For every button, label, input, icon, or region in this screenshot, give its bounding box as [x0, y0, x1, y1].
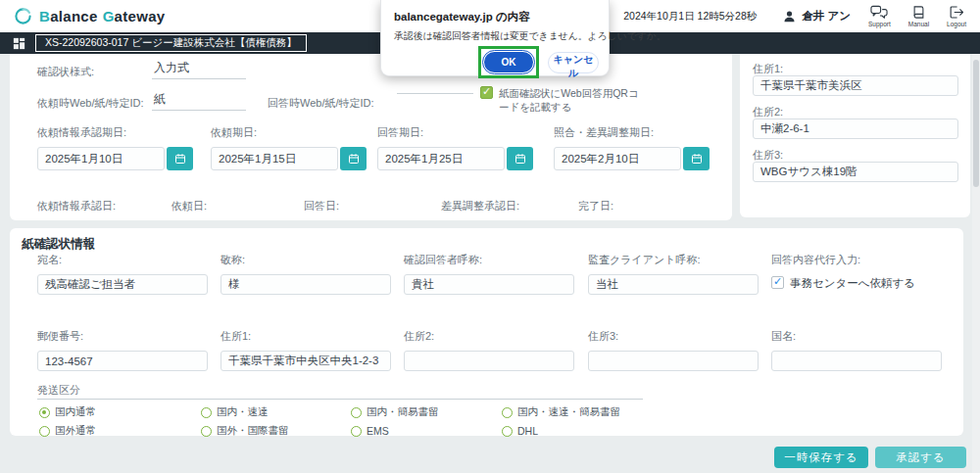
manual-button[interactable]: Manual — [908, 5, 929, 27]
respondent-title-label: 確認回答者呼称: — [404, 253, 574, 267]
answer-id-label: 回答時Web/紙/特定ID: — [268, 96, 374, 111]
ok-button-highlight-annotation: OK — [478, 46, 539, 78]
request-due-date-calendar-button[interactable] — [340, 147, 367, 170]
calendar-icon — [514, 153, 526, 165]
country-label: 国名: — [771, 329, 942, 344]
radio-domestic-express[interactable]: 国内・速達 — [201, 405, 351, 419]
approval-due-date-label: 依頼情報承認期日: — [37, 125, 194, 140]
qr-code-checkbox-box[interactable] — [480, 86, 493, 99]
qr-code-checkbox[interactable]: 紙面確認状にWeb回答用QRコードを記載する — [480, 86, 645, 114]
answer-due-date-label: 回答期日: — [377, 125, 534, 140]
paper-address2-label: 住所2: — [404, 329, 574, 344]
manual-label: Manual — [908, 21, 929, 27]
request-due-date-input[interactable] — [211, 147, 338, 170]
paper-address1-label: 住所1: — [220, 329, 391, 344]
approve-button[interactable]: 承認する — [875, 447, 966, 468]
approval-due-date-input[interactable] — [37, 147, 165, 170]
dashboard-grid-icon[interactable] — [12, 36, 26, 51]
status-request-date-label: 依頼日: — [172, 199, 207, 213]
answer-id-value — [397, 91, 473, 94]
radio-domestic-normal[interactable]: 国内通常 — [39, 405, 201, 419]
shipping-options: 国内通常 国内・速達 国内・簡易書留 国内・速達・簡易書留 国外通常 国外・国際… — [39, 405, 620, 438]
status-approval-date-label: 依頼情報承認日: — [37, 199, 116, 213]
radio-overseas-normal[interactable]: 国外通常 — [39, 424, 201, 438]
radio-dot — [502, 407, 513, 418]
style-value: 入力式 — [152, 60, 246, 79]
paper-address1-group: 住所1: — [220, 329, 391, 371]
paper-address3-label: 住所3: — [588, 329, 759, 344]
proxy-entry-checkbox-box[interactable] — [771, 276, 784, 289]
reconciliation-due-date-calendar-button[interactable] — [683, 147, 710, 170]
audit-client-title-group: 監査クライアント呼称: — [588, 253, 759, 295]
audit-client-title-label: 監査クライアント呼称: — [588, 253, 759, 267]
honorific-input[interactable] — [220, 274, 391, 295]
logout-label: Logout — [947, 21, 966, 27]
calendar-icon — [174, 153, 186, 165]
vertical-scrollbar[interactable] — [972, 32, 980, 473]
reconciliation-due-date-label: 照合・差異調整期日: — [554, 125, 710, 140]
radio-label: 国内・速達・簡易書留 — [517, 405, 620, 419]
respondent-title-group: 確認回答者呼称: — [404, 253, 574, 295]
confirmation-form-card: 確認状様式: 入力式 依頼時Web/紙/特定ID: 紙 回答時Web/紙/特定I… — [10, 54, 732, 220]
paper-address3-input[interactable] — [588, 351, 759, 371]
paper-section-title: 紙確認状情報 — [22, 236, 95, 253]
answer-due-date-group: 回答期日: — [377, 125, 534, 170]
address2-label: 住所2: — [753, 105, 783, 119]
reconciliation-due-date-input[interactable] — [554, 147, 681, 170]
answer-due-date-input[interactable] — [377, 147, 505, 170]
postal-code-input[interactable] — [37, 351, 208, 371]
support-button[interactable]: Support — [868, 5, 891, 27]
user-icon — [782, 9, 797, 24]
recipient-name-label: 宛名: — [37, 253, 208, 267]
proxy-entry-group: 回答内容代行入力: 事務センターへ依頼する — [771, 253, 954, 292]
paper-address1-input[interactable] — [220, 351, 391, 371]
radio-dot — [39, 426, 50, 437]
respondent-title-input[interactable] — [404, 274, 574, 295]
temporary-save-button[interactable]: 一時保存する — [774, 447, 868, 468]
support-label: Support — [868, 21, 891, 27]
scrollbar-thumb[interactable] — [973, 60, 979, 187]
logout-button[interactable]: Logout — [947, 5, 966, 27]
user-name: 倉井 アン — [802, 9, 851, 24]
brand-logo: BalanceGateway — [14, 7, 165, 25]
radio-dot — [39, 407, 50, 418]
proxy-entry-label: 回答内容代行入力: — [771, 253, 954, 267]
address1-input[interactable] — [753, 75, 958, 96]
balance-gateway-logo-icon — [14, 7, 32, 25]
proxy-entry-checkbox[interactable]: 事務センターへ依頼する — [771, 276, 954, 292]
document-id-badge: XS-22092603-017 ビージー建設株式会社【債権債務】 — [35, 34, 307, 53]
radio-label: 国内通常 — [55, 405, 96, 419]
approval-due-date-group: 依頼情報承認期日: — [37, 125, 194, 170]
radio-ems[interactable]: EMS — [351, 424, 502, 438]
radio-dot — [201, 426, 212, 437]
country-input[interactable] — [771, 351, 942, 371]
shipping-divider — [37, 399, 643, 400]
request-due-date-group: 依頼期日: — [211, 125, 368, 170]
current-user: 倉井 アン — [782, 9, 851, 24]
shipping-category-label: 発送区分 — [37, 383, 80, 398]
dialog-ok-button[interactable]: OK — [484, 52, 533, 72]
recipient-name-input[interactable] — [37, 274, 208, 295]
radio-label: 国外通常 — [55, 424, 96, 438]
address3-input[interactable] — [753, 162, 958, 182]
radio-dot — [201, 407, 212, 418]
radio-domestic-express-registered[interactable]: 国内・速達・簡易書留 — [502, 405, 620, 419]
answer-due-date-calendar-button[interactable] — [507, 147, 533, 170]
dialog-title: balancegateway.jp の内容 — [394, 10, 599, 24]
honorific-group: 敬称: — [220, 253, 391, 295]
address2-input[interactable] — [753, 118, 958, 139]
paper-address2-input[interactable] — [404, 351, 574, 371]
audit-client-title-input[interactable] — [588, 274, 759, 295]
qr-code-checkbox-label: 紙面確認状にWeb回答用QRコードを記載する — [499, 86, 645, 114]
dialog-cancel-button[interactable]: キャンセル — [548, 52, 599, 73]
status-complete-date-label: 完了日: — [578, 199, 613, 213]
proxy-entry-checkbox-label: 事務センターへ依頼する — [790, 276, 915, 292]
browser-confirm-dialog: balancegateway.jp の内容 承認後は確認回答者情報は変更できませ… — [380, 0, 610, 76]
reconciliation-due-date-group: 照合・差異調整期日: — [554, 125, 710, 170]
approval-due-date-calendar-button[interactable] — [167, 147, 193, 170]
radio-domestic-registered[interactable]: 国内・簡易書留 — [351, 405, 502, 419]
recipient-name-group: 宛名: — [37, 253, 208, 295]
radio-dhl[interactable]: DHL — [502, 424, 620, 438]
postal-code-group: 郵便番号: — [37, 329, 208, 371]
radio-overseas-international-registered[interactable]: 国外・国際書留 — [201, 424, 351, 438]
